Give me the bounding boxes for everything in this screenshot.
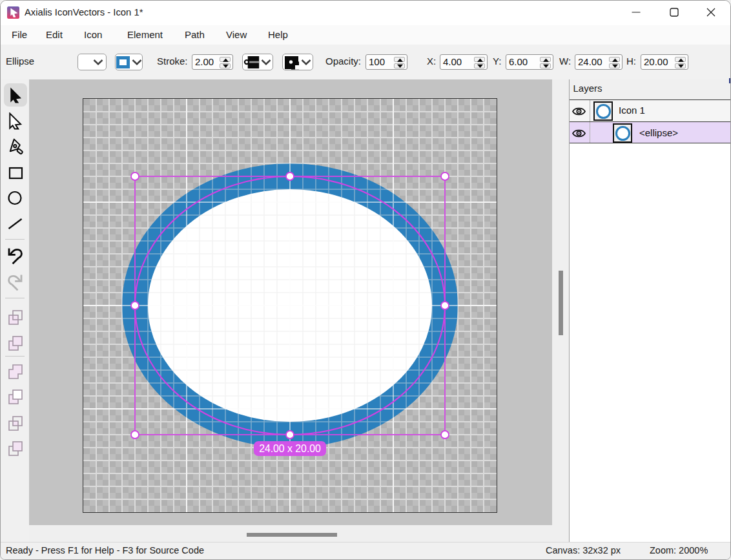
svg-text:24.00 x 20.00: 24.00 x 20.00 [259, 443, 321, 454]
